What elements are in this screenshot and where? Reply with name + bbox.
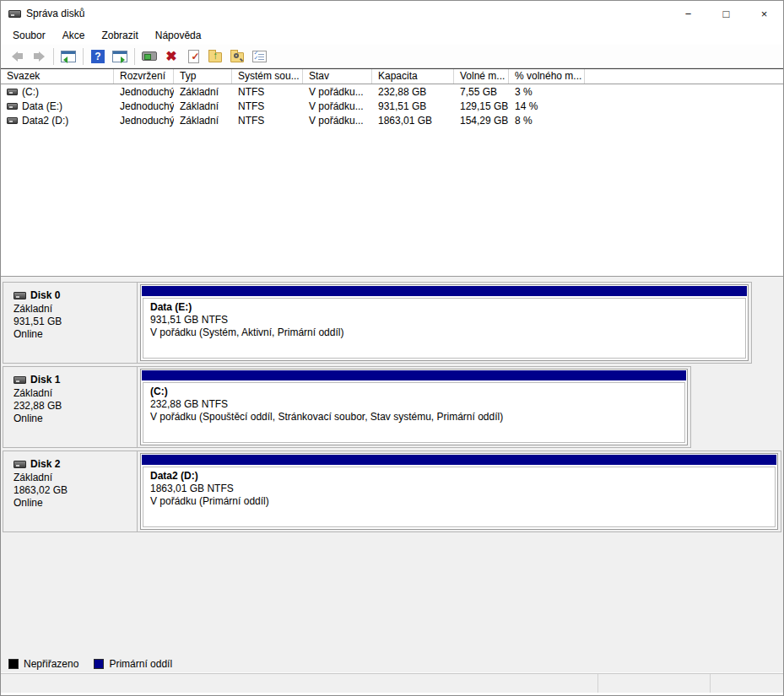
device-view-icon[interactable] xyxy=(139,46,160,67)
volume-status: V pořádku... xyxy=(303,115,372,127)
column-header-svazek[interactable]: Svazek xyxy=(1,69,114,84)
volume-icon xyxy=(7,89,18,95)
window-controls: − □ × xyxy=(669,1,783,26)
unallocated-legend-swatch xyxy=(8,659,19,669)
action-pane-icon[interactable] xyxy=(110,46,130,67)
disk-status: Online xyxy=(14,497,137,510)
partition-title: (C:) xyxy=(150,386,684,398)
disk-type: Základní xyxy=(14,387,137,400)
disk-label: Disk 1 xyxy=(30,374,60,386)
minimize-button[interactable]: − xyxy=(669,1,707,26)
volume-layout: Jednoduchý xyxy=(114,100,174,112)
column-header-rozvrzeni[interactable]: Rozvržení xyxy=(114,69,174,84)
menu-zobrazit[interactable]: Zobrazit xyxy=(93,28,146,43)
volume-row-c[interactable]: (C:) Jednoduchý Základní NTFS V pořádku.… xyxy=(1,84,783,99)
volume-status: V pořádku... xyxy=(303,86,372,98)
console-tree-icon[interactable] xyxy=(58,46,78,67)
disk-2-row: Disk 2 Základní 1863,02 GB Online Data2 … xyxy=(3,451,781,532)
volume-status: V pořádku... xyxy=(303,100,372,112)
disk-icon xyxy=(14,292,26,299)
column-header-procento-volneho[interactable]: % volného m... xyxy=(509,69,585,84)
disk-size: 232,88 GB xyxy=(14,400,137,413)
open-folder-icon[interactable] xyxy=(205,46,225,67)
column-header-stav[interactable]: Stav xyxy=(303,69,372,84)
volume-name: Data2 (D:) xyxy=(22,115,68,127)
disk-0-partition-block[interactable]: Data (E:) 931,51 GB NTFS V pořádku (Syst… xyxy=(140,284,749,361)
disk-2-partition-block[interactable]: Data2 (D:) 1863,01 GB NTFS V pořádku (Pr… xyxy=(140,453,778,530)
column-header-kapacita[interactable]: Kapacita xyxy=(372,69,454,84)
column-header-filler xyxy=(585,69,783,84)
disk-size: 931,51 GB xyxy=(14,316,137,328)
maximize-button[interactable]: □ xyxy=(707,1,745,26)
column-header-typ[interactable]: Typ xyxy=(174,69,232,84)
explore-folder-icon[interactable] xyxy=(227,46,247,67)
disk-1-partition-block[interactable]: (C:) 232,88 GB NTFS V pořádku (Spouštěcí… xyxy=(140,369,688,445)
menu-akce[interactable]: Akce xyxy=(54,28,94,43)
back-icon[interactable] xyxy=(7,46,27,67)
volume-free: 7,55 GB xyxy=(454,86,509,98)
help-icon[interactable] xyxy=(88,46,108,67)
volume-layout: Jednoduchý xyxy=(114,86,174,98)
column-header-system-souboru[interactable]: Systém sou... xyxy=(232,69,303,84)
volume-fs: NTFS xyxy=(232,115,303,127)
check-document-icon[interactable] xyxy=(183,46,203,67)
volume-row-data2-d[interactable]: Data2 (D:) Jednoduchý Základní NTFS V po… xyxy=(1,113,783,127)
menu-soubor[interactable]: Soubor xyxy=(4,28,54,43)
partition-status: V pořádku (Systém, Aktivní, Primární odd… xyxy=(150,326,745,339)
volume-type: Základní xyxy=(174,100,232,112)
volume-fs: NTFS xyxy=(232,100,303,112)
volume-name: Data (E:) xyxy=(22,100,62,112)
disk-status: Online xyxy=(14,413,137,425)
disk-1-row: Disk 1 Základní 232,88 GB Online (C:) 23… xyxy=(3,366,691,448)
column-header-volne-misto[interactable]: Volné m... xyxy=(454,69,509,84)
disk-icon xyxy=(14,376,26,384)
primary-partition-bar xyxy=(142,286,747,296)
disk-2-info-panel[interactable]: Disk 2 Základní 1863,02 GB Online xyxy=(3,451,138,531)
volume-list-pane: Svazek Rozvržení Typ Systém sou... Stav … xyxy=(1,68,783,277)
primary-partition-legend-label: Primární oddíl xyxy=(109,658,172,670)
volume-free: 129,15 GB xyxy=(454,100,509,112)
delete-volume-icon[interactable] xyxy=(161,46,181,67)
volume-layout: Jednoduchý xyxy=(114,115,174,127)
toolbar-separator xyxy=(83,48,84,65)
toolbar-separator xyxy=(53,48,54,65)
primary-partition-legend-swatch xyxy=(94,659,104,669)
volume-list-header: Svazek Rozvržení Typ Systém sou... Stav … xyxy=(1,69,783,84)
volume-row-data-e[interactable]: Data (E:) Jednoduchý Základní NTFS V poř… xyxy=(1,99,783,113)
disk-type: Základní xyxy=(14,303,137,316)
disk-label: Disk 2 xyxy=(30,458,60,471)
properties-list-icon[interactable] xyxy=(249,46,269,67)
forward-icon[interactable] xyxy=(29,46,49,67)
volume-name: (C:) xyxy=(22,86,39,98)
volume-capacity: 931,51 GB xyxy=(372,100,454,112)
volume-type: Základní xyxy=(174,86,232,98)
app-icon xyxy=(8,10,21,18)
volume-icon xyxy=(7,103,18,110)
partition-status: V pořádku (Spouštěcí oddíl, Stránkovací … xyxy=(150,411,684,424)
volume-free-pct: 8 % xyxy=(509,115,585,127)
disk-1-info-panel[interactable]: Disk 1 Základní 232,88 GB Online xyxy=(3,367,138,447)
disk-management-window: Správa disků − □ × Soubor Akce Zobrazit … xyxy=(0,0,784,696)
partition-size-fs: 232,88 GB NTFS xyxy=(150,398,684,411)
volume-capacity: 1863,01 GB xyxy=(372,115,454,127)
title-bar: Správa disků − □ × xyxy=(1,1,783,26)
volume-icon xyxy=(7,117,18,124)
disk-0-info-panel[interactable]: Disk 0 Základní 931,51 GB Online xyxy=(3,283,138,363)
disk-icon xyxy=(14,461,26,468)
volume-free-pct: 3 % xyxy=(509,86,585,98)
volume-fs: NTFS xyxy=(232,86,303,98)
partition-size-fs: 1863,01 GB NTFS xyxy=(150,483,775,495)
disk-0-row: Disk 0 Základní 931,51 GB Online Data (E… xyxy=(3,282,752,364)
disk-type: Základní xyxy=(14,472,137,484)
volume-free: 154,29 GB xyxy=(454,115,509,127)
close-button[interactable]: × xyxy=(745,1,783,26)
partition-size-fs: 931,51 GB NTFS xyxy=(150,314,745,326)
partition-title: Data (E:) xyxy=(150,301,745,314)
legend-bar: Nepřiřazeno Primární oddíl xyxy=(1,655,783,673)
disk-status: Online xyxy=(14,328,137,341)
menu-bar: Soubor Akce Zobrazit Nápověda xyxy=(1,26,783,45)
volume-capacity: 232,88 GB xyxy=(372,86,454,98)
window-title: Správa disků xyxy=(26,8,84,19)
status-bar xyxy=(1,673,783,693)
menu-napoveda[interactable]: Nápověda xyxy=(147,28,210,43)
